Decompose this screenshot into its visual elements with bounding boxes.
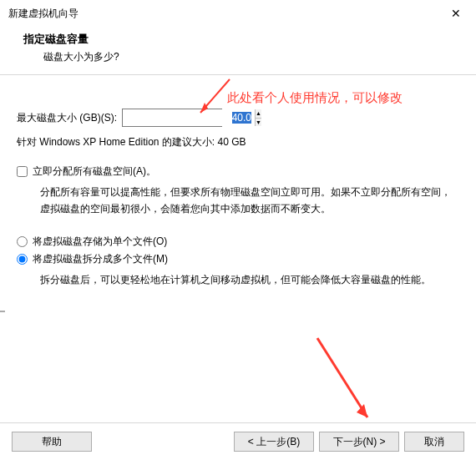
close-button[interactable]: ✕ bbox=[444, 5, 468, 22]
store-split-radio[interactable] bbox=[17, 254, 28, 265]
spinner-buttons: ▲ ▼ bbox=[255, 109, 261, 126]
titlebar: 新建虚拟机向导 ✕ bbox=[0, 0, 476, 25]
allocate-now-label: 立即分配所有磁盘空间(A)。 bbox=[33, 164, 156, 179]
disk-size-row: 最大磁盘大小 (GB)(S): ▲ ▼ bbox=[17, 109, 459, 127]
disk-size-input[interactable] bbox=[123, 109, 255, 126]
store-split-radio-row[interactable]: 将虚拟磁盘拆分成多个文件(M) bbox=[17, 252, 459, 266]
store-single-radio[interactable] bbox=[17, 236, 28, 247]
wizard-footer: 帮助 < 上一步(B) 下一步(N) > 取消 bbox=[0, 422, 476, 452]
wizard-content: 最大磁盘大小 (GB)(S): ▲ ▼ 针对 Windows XP Home E… bbox=[0, 75, 476, 288]
page-heading: 指定磁盘容量 bbox=[23, 32, 456, 47]
next-button[interactable]: 下一步(N) > bbox=[319, 432, 399, 452]
disk-size-spinner[interactable]: ▲ ▼ bbox=[122, 109, 222, 127]
page-subheading: 磁盘大小为多少? bbox=[23, 50, 456, 64]
back-button[interactable]: < 上一步(B) bbox=[234, 432, 314, 452]
allocate-now-description: 分配所有容量可以提高性能，但要求所有物理磁盘空间立即可用。如果不立即分配所有空间… bbox=[40, 184, 459, 218]
spinner-up-icon[interactable]: ▲ bbox=[256, 109, 261, 119]
spinner-down-icon[interactable]: ▼ bbox=[256, 119, 261, 127]
allocate-now-checkbox-row[interactable]: 立即分配所有磁盘空间(A)。 bbox=[17, 164, 459, 179]
left-tick-mark bbox=[0, 311, 5, 312]
annotation-text: 此处看个人使用情况，可以修改 bbox=[227, 90, 403, 106]
disk-recommendation: 针对 Windows XP Home Edition 的建议大小: 40 GB bbox=[17, 135, 459, 149]
storage-radio-group: 将虚拟磁盘存储为单个文件(O) 将虚拟磁盘拆分成多个文件(M) 拆分磁盘后，可以… bbox=[17, 235, 459, 288]
window-title: 新建虚拟机向导 bbox=[8, 7, 78, 21]
next-arrow-icon bbox=[309, 334, 384, 426]
wizard-header: 指定磁盘容量 磁盘大小为多少? bbox=[0, 25, 476, 75]
allocate-now-checkbox[interactable] bbox=[17, 166, 28, 177]
disk-size-label: 最大磁盘大小 (GB)(S): bbox=[17, 111, 117, 125]
store-single-radio-row[interactable]: 将虚拟磁盘存储为单个文件(O) bbox=[17, 235, 459, 249]
store-split-description: 拆分磁盘后，可以更轻松地在计算机之间移动虚拟机，但可能会降低大容量磁盘的性能。 bbox=[40, 271, 459, 288]
footer-right-buttons: < 上一步(B) 下一步(N) > 取消 bbox=[234, 432, 464, 452]
cancel-button[interactable]: 取消 bbox=[404, 432, 464, 452]
store-single-label: 将虚拟磁盘存储为单个文件(O) bbox=[33, 235, 167, 249]
help-button[interactable]: 帮助 bbox=[12, 432, 92, 452]
store-split-label: 将虚拟磁盘拆分成多个文件(M) bbox=[33, 252, 168, 266]
